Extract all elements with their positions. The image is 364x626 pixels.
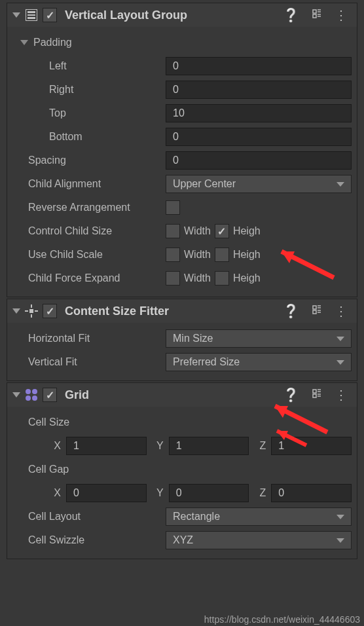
dropdown-value: XYZ	[173, 534, 193, 546]
component-title: Vertical Layout Group	[61, 9, 275, 22]
child-alignment-dropdown[interactable]: Upper Center	[166, 175, 352, 193]
ccs-height-checkbox[interactable]	[215, 224, 229, 238]
reverse-arrangement-label: Reverse Arrangement	[12, 202, 166, 213]
spacing-label: Spacing	[12, 155, 166, 166]
child-force-expand-label: Child Force Expand	[12, 272, 166, 284]
bottom-label: Bottom	[12, 131, 166, 143]
z-label: Z	[254, 440, 266, 452]
menu-icon[interactable]: ⋮	[331, 7, 352, 23]
watermark-text: https://blog.csdn.net/weixin_44446603	[204, 614, 360, 625]
preset-icon[interactable]	[307, 8, 327, 23]
cell-size-z-input[interactable]	[271, 437, 352, 455]
width-label: Width	[184, 225, 211, 237]
preset-icon[interactable]	[307, 304, 327, 319]
foldout-icon[interactable]	[20, 40, 28, 45]
height-label: Heigh	[233, 225, 261, 237]
cfe-width-checkbox[interactable]	[166, 271, 180, 285]
vlg-icon	[24, 8, 39, 22]
left-input[interactable]	[166, 57, 352, 75]
cell-size-x-input[interactable]	[66, 437, 147, 455]
y-label: Y	[152, 440, 164, 452]
width-label: Width	[184, 272, 211, 284]
right-label: Right	[12, 84, 166, 96]
dropdown-value: Rectangle	[173, 511, 220, 523]
cell-layout-label: Cell Layout	[12, 511, 166, 523]
ucs-width-checkbox[interactable]	[166, 248, 180, 262]
width-label: Width	[184, 249, 211, 261]
grid-icon	[24, 388, 39, 402]
component-header[interactable]: Grid ❔ ⋮	[7, 383, 357, 407]
cell-gap-x-input[interactable]	[66, 484, 147, 502]
top-input[interactable]	[166, 104, 352, 122]
use-child-scale-label: Use Child Scale	[12, 249, 166, 261]
component-header[interactable]: Vertical Layout Group ❔ ⋮	[7, 3, 357, 27]
help-icon[interactable]: ❔	[279, 387, 303, 403]
chevron-down-icon	[337, 515, 344, 519]
dropdown-value: Min Size	[173, 333, 213, 344]
padding-label: Padding	[33, 37, 72, 48]
ucs-height-checkbox[interactable]	[215, 248, 229, 262]
x-label: X	[49, 440, 61, 452]
dropdown-value: Preferred Size	[173, 356, 240, 368]
cfe-height-checkbox[interactable]	[215, 271, 229, 285]
cell-gap-label: Cell Gap	[12, 464, 166, 475]
cell-layout-dropdown[interactable]: Rectangle	[166, 507, 352, 526]
top-label: Top	[12, 107, 166, 119]
y-label: Y	[152, 487, 164, 499]
menu-icon[interactable]: ⋮	[331, 387, 352, 403]
right-input[interactable]	[166, 81, 352, 99]
component-enable-checkbox[interactable]	[43, 304, 57, 318]
spacing-input[interactable]	[166, 151, 352, 170]
component-grid: Grid ❔ ⋮ Cell Size X Y Z Cell Gap X Y	[7, 382, 357, 559]
height-label: Heigh	[233, 249, 261, 261]
component-header[interactable]: Content Size Fitter ❔ ⋮	[7, 299, 357, 323]
chevron-down-icon	[337, 538, 344, 543]
cell-size-label: Cell Size	[12, 416, 166, 428]
ccs-width-checkbox[interactable]	[166, 224, 180, 238]
preset-icon[interactable]	[307, 388, 327, 403]
chevron-down-icon	[337, 337, 344, 341]
menu-icon[interactable]: ⋮	[331, 303, 352, 319]
component-title: Content Size Fitter	[61, 304, 275, 318]
horizontal-fit-dropdown[interactable]: Min Size	[166, 329, 352, 348]
foldout-icon[interactable]	[12, 392, 20, 397]
help-icon[interactable]: ❔	[279, 7, 303, 23]
chevron-down-icon	[337, 182, 344, 187]
foldout-icon[interactable]	[12, 12, 20, 18]
foldout-icon[interactable]	[12, 308, 20, 314]
x-label: X	[49, 487, 61, 499]
cell-swizzle-label: Cell Swizzle	[12, 534, 166, 546]
cell-gap-z-input[interactable]	[271, 484, 352, 502]
z-label: Z	[254, 487, 266, 499]
vertical-fit-label: Vertical Fit	[12, 356, 166, 368]
help-icon[interactable]: ❔	[279, 303, 303, 319]
cell-gap-y-input[interactable]	[169, 484, 249, 502]
component-content-size-fitter: Content Size Fitter ❔ ⋮ Horizontal Fit M…	[7, 299, 357, 381]
bottom-input[interactable]	[166, 128, 352, 146]
cell-size-y-input[interactable]	[169, 437, 249, 455]
horizontal-fit-label: Horizontal Fit	[12, 333, 166, 344]
component-enable-checkbox[interactable]	[43, 8, 57, 22]
control-child-size-label: Control Child Size	[12, 225, 166, 237]
child-alignment-label: Child Alignment	[12, 178, 166, 190]
reverse-arrangement-checkbox[interactable]	[166, 200, 180, 215]
csf-icon	[24, 304, 39, 318]
component-vertical-layout-group: Vertical Layout Group ❔ ⋮ Padding Left R…	[7, 3, 357, 297]
left-label: Left	[12, 60, 166, 72]
component-enable-checkbox[interactable]	[43, 388, 57, 402]
dropdown-value: Upper Center	[173, 178, 236, 190]
vertical-fit-dropdown[interactable]: Preferred Size	[166, 353, 352, 371]
cell-swizzle-dropdown[interactable]: XYZ	[166, 531, 352, 549]
height-label: Heigh	[233, 272, 261, 284]
svg-rect-0	[29, 309, 33, 313]
component-title: Grid	[61, 388, 275, 402]
chevron-down-icon	[337, 360, 344, 365]
